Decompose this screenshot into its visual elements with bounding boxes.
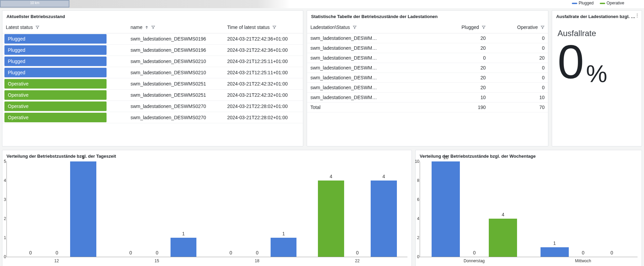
- y-tick: 5: [4, 159, 6, 164]
- filter-icon[interactable]: [272, 25, 276, 30]
- table-row[interactable]: swm_ladestationen_DESWMS…020: [307, 53, 548, 63]
- cell-name: swm_ladestationen_DESWMS0196: [127, 33, 224, 45]
- table-row[interactable]: Pluggedswm_ladestationen_DESWMS01962024-…: [2, 45, 303, 56]
- status-badge: Operative: [4, 113, 107, 122]
- cell-name: swm_ladestationen_DESWMS0270: [127, 101, 224, 112]
- bar[interactable]: 5: [70, 161, 96, 257]
- total-operative: 70: [489, 103, 548, 112]
- cell-plugged: 20: [436, 43, 489, 53]
- cell-plugged: 20: [436, 33, 489, 43]
- col-header[interactable]: Operative: [489, 22, 548, 33]
- bar-group: 404: [307, 161, 407, 257]
- panel-title: Verteilung der Betriebstzustände bzgl. d…: [416, 150, 642, 161]
- bar-label: 10: [443, 155, 449, 160]
- x-tick: 18: [207, 259, 307, 263]
- table-row[interactable]: swm_ladestationen_DESWMS…200: [307, 63, 548, 73]
- bar-label: 4: [329, 174, 332, 179]
- cell-time: 2024-03-21T22:42:32+01:00: [224, 90, 303, 101]
- table-row[interactable]: swm_ladestationen_DESWMS…1010: [307, 93, 548, 103]
- table-row[interactable]: Pluggedswm_ladestationen_DESWMS01962024-…: [2, 33, 303, 45]
- cell-time: 2024-03-21T12:25:11+01:00: [224, 56, 303, 67]
- panel-menu-icon[interactable]: ⋮: [634, 13, 640, 19]
- filter-icon[interactable]: [151, 25, 155, 30]
- cell-plugged: 0: [436, 53, 489, 63]
- filter-icon[interactable]: [541, 25, 545, 30]
- table-row[interactable]: Pluggedswm_ladestationen_DESWMS02102024-…: [2, 67, 303, 78]
- col-header[interactable]: Ladestation\Status: [307, 22, 436, 33]
- y-tick: 0: [417, 254, 419, 259]
- col-header[interactable]: name: [127, 22, 224, 33]
- filter-icon[interactable]: [35, 25, 39, 30]
- cell-operative: 0: [489, 33, 548, 43]
- bar-label: 0: [156, 250, 158, 255]
- status-badge: Plugged: [4, 57, 107, 66]
- filter-icon[interactable]: [353, 25, 357, 30]
- x-tick: Mittwoch: [529, 259, 638, 263]
- map-scale: 10 km: [0, 0, 69, 7]
- legend-item[interactable]: Operative: [600, 1, 624, 5]
- cell-operative: 0: [489, 83, 548, 93]
- table-row[interactable]: swm_ladestationen_DESWMS…200: [307, 83, 548, 93]
- cell-plugged: 20: [436, 63, 489, 73]
- cell-time: 2024-03-21T22:42:32+01:00: [224, 78, 303, 90]
- y-tick: 6: [417, 197, 419, 202]
- table-row[interactable]: Operativeswm_ladestationen_DESWMS0251202…: [2, 90, 303, 101]
- cell-time: 2024-03-21T22:42:36+01:00: [224, 45, 303, 56]
- y-tick: 10: [415, 159, 419, 164]
- total-label: Total: [307, 103, 436, 112]
- y-tick: 0: [4, 254, 6, 259]
- col-header[interactable]: Latest status: [2, 22, 127, 33]
- cell-name: swm_ladestationen_DESWMS…: [307, 93, 436, 103]
- cell-plugged: 10: [436, 93, 489, 103]
- bar-label: 1: [553, 240, 556, 246]
- y-tick: 2: [4, 216, 6, 221]
- col-header[interactable]: Time of latest status: [224, 22, 303, 33]
- table-row[interactable]: swm_ladestationen_DESWMS…200: [307, 43, 548, 53]
- bar-group: 001: [207, 161, 307, 257]
- total-plugged: 190: [436, 103, 489, 112]
- panel-hour-chart: Verteilung der Betriebstzustände bzgl. d…: [2, 150, 412, 266]
- table-row[interactable]: Operativeswm_ladestationen_DESWMS0270202…: [2, 112, 303, 123]
- status-badge: Plugged: [4, 45, 107, 55]
- table-row[interactable]: Pluggedswm_ladestationen_DESWMS02102024-…: [2, 56, 303, 67]
- y-tick: 4: [417, 216, 419, 221]
- table-row[interactable]: swm_ladestationen_DESWMS…200: [307, 33, 548, 43]
- cell-name: swm_ladestationen_DESWMS0196: [127, 45, 224, 56]
- sort-asc-icon: [145, 25, 148, 30]
- cell-operative: 0: [489, 43, 548, 53]
- table-row[interactable]: Operativeswm_ladestationen_DESWMS0251202…: [2, 78, 303, 90]
- filter-icon[interactable]: [482, 25, 486, 30]
- bar[interactable]: 4: [371, 181, 397, 257]
- col-header[interactable]: Plugged: [436, 22, 489, 33]
- bar-group: 1004: [420, 161, 529, 257]
- bar[interactable]: 4: [318, 181, 344, 257]
- bar-label: 0: [582, 250, 584, 255]
- cell-name: swm_ladestationen_DESWMS0210: [127, 67, 224, 78]
- x-tick: 15: [107, 259, 207, 263]
- stats-table: Ladestation\Status Plugged Operative swm…: [307, 22, 548, 112]
- legend-item[interactable]: Plugged: [572, 1, 594, 5]
- table-row[interactable]: swm_ladestationen_DESWMS…200: [307, 73, 548, 83]
- chart-area: 012345005001001404: [6, 161, 407, 257]
- status-badge: Operative: [4, 90, 107, 100]
- bar[interactable]: 4: [489, 219, 517, 257]
- cell-name: swm_ladestationen_DESWMS…: [307, 33, 436, 43]
- bar[interactable]: 1: [541, 247, 569, 257]
- cell-operative: 20: [489, 53, 548, 63]
- cell-name: swm_ladestationen_DESWMS…: [307, 83, 436, 93]
- status-badge: Operative: [4, 79, 107, 89]
- bar-label: 0: [129, 250, 132, 255]
- status-table: Latest status name Time of latest status…: [2, 22, 303, 123]
- y-tick: 2: [417, 235, 419, 240]
- bar-group: 001: [107, 161, 207, 257]
- bar-label: 0: [29, 250, 32, 255]
- bar[interactable]: 10: [432, 161, 460, 257]
- bar[interactable]: 1: [171, 238, 197, 257]
- table-row[interactable]: Operativeswm_ladestationen_DESWMS0270202…: [2, 101, 303, 112]
- cell-time: 2024-03-21T12:25:11+01:00: [224, 67, 303, 78]
- panel-latest-status: Aktuellster Betriebszustand Latest statu…: [2, 10, 303, 146]
- cell-name: swm_ladestationen_DESWMS0210: [127, 56, 224, 67]
- bar[interactable]: 1: [271, 238, 297, 257]
- bar-label: 4: [502, 212, 504, 217]
- map-strip: 10 km PluggedOperative: [0, 0, 644, 8]
